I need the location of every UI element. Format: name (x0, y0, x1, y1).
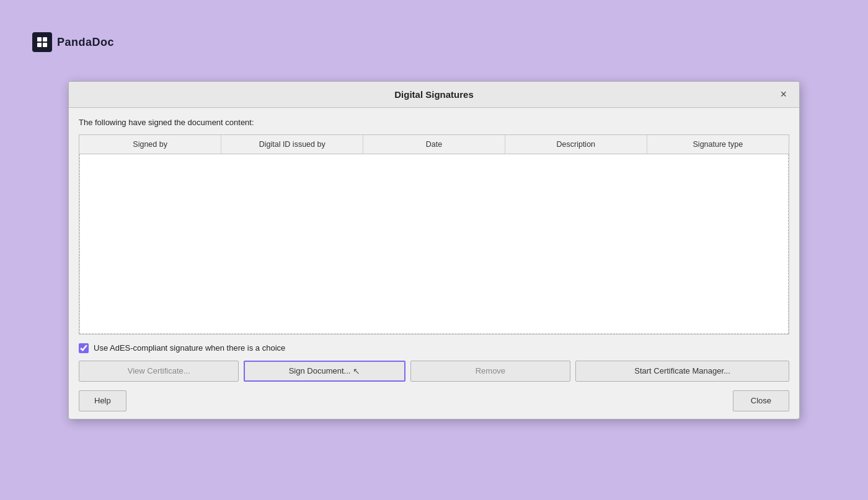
dialog-title: Digital Signatures (394, 89, 474, 100)
intro-text: The following have signed the document c… (79, 118, 789, 127)
col-description: Description (505, 135, 647, 154)
dialog-header: Digital Signatures × (69, 82, 799, 108)
sign-document-button[interactable]: Sign Document... (244, 361, 405, 382)
col-date: Date (363, 135, 505, 154)
modal-overlay: Digital Signatures × The following have … (0, 0, 868, 500)
table-body (79, 154, 789, 334)
view-certificate-button[interactable]: View Certificate... (79, 361, 239, 382)
ades-checkbox-label: Use AdES-compliant signature when there … (94, 343, 285, 353)
col-signature-type: Signature type (647, 135, 789, 154)
signatures-table: Signed by Digital ID issued by Date Desc… (79, 134, 789, 335)
col-digital-id: Digital ID issued by (221, 135, 363, 154)
close-x-button[interactable]: × (776, 87, 790, 101)
help-button[interactable]: Help (79, 390, 126, 411)
ades-checkbox-row: Use AdES-compliant signature when there … (79, 343, 789, 353)
table-header: Signed by Digital ID issued by Date Desc… (79, 135, 789, 154)
dialog-body: The following have signed the document c… (69, 108, 799, 419)
close-button[interactable]: Close (733, 390, 789, 411)
remove-button[interactable]: Remove (410, 361, 570, 382)
dialog-footer: Help Close (79, 388, 789, 411)
start-certificate-manager-button[interactable]: Start Certificate Manager... (575, 361, 789, 382)
ades-checkbox[interactable] (79, 343, 89, 353)
digital-signatures-dialog: Digital Signatures × The following have … (68, 81, 800, 419)
action-buttons-row: View Certificate... Sign Document... Rem… (79, 361, 789, 382)
col-signed-by: Signed by (79, 135, 221, 154)
